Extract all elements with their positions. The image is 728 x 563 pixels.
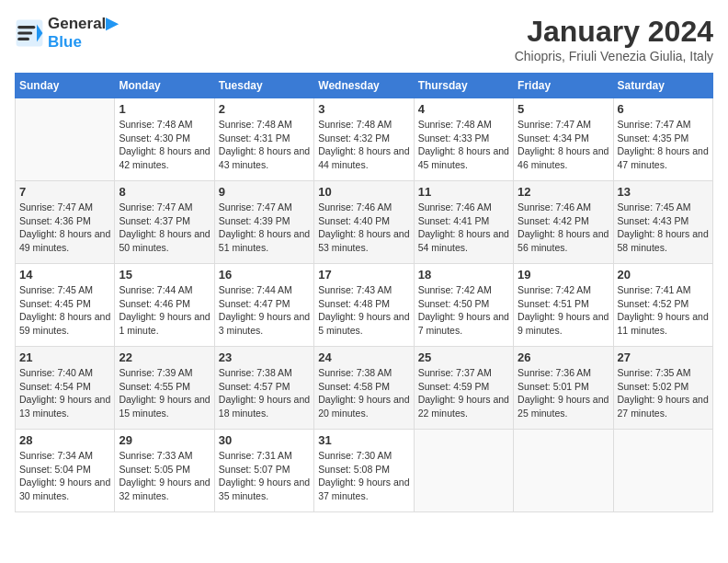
cell-info: Sunrise: 7:47 AMSunset: 4:39 PMDaylight:… (219, 201, 310, 255)
day-number: 17 (318, 268, 409, 282)
cell-info: Sunrise: 7:45 AMSunset: 4:43 PMDaylight:… (618, 201, 709, 255)
header-day-tuesday: Tuesday (214, 74, 313, 98)
day-number: 13 (618, 185, 709, 199)
calendar-body: 1Sunrise: 7:48 AMSunset: 4:30 PMDaylight… (16, 98, 713, 512)
day-number: 7 (19, 185, 110, 199)
day-number: 16 (219, 268, 310, 282)
calendar-table: SundayMondayTuesdayWednesdayThursdayFrid… (15, 73, 713, 512)
calendar-cell (613, 430, 712, 512)
day-number: 4 (418, 102, 509, 116)
day-number: 24 (318, 350, 409, 364)
logo-text: General▶ (48, 15, 118, 33)
header-day-wednesday: Wednesday (314, 74, 414, 98)
day-number: 18 (418, 268, 509, 282)
day-number: 5 (518, 102, 609, 116)
day-number: 19 (518, 268, 609, 282)
calendar-cell: 4Sunrise: 7:48 AMSunset: 4:33 PMDaylight… (414, 98, 513, 181)
cell-info: Sunrise: 7:46 AMSunset: 4:40 PMDaylight:… (318, 201, 409, 255)
cell-info: Sunrise: 7:48 AMSunset: 4:31 PMDaylight:… (219, 118, 310, 172)
day-number: 9 (219, 185, 310, 199)
day-number: 25 (418, 350, 509, 364)
cell-info: Sunrise: 7:46 AMSunset: 4:41 PMDaylight:… (418, 201, 509, 255)
day-number: 30 (219, 433, 310, 447)
cell-info: Sunrise: 7:30 AMSunset: 5:08 PMDaylight:… (318, 449, 409, 503)
cell-info: Sunrise: 7:42 AMSunset: 4:51 PMDaylight:… (518, 283, 609, 338)
day-number: 21 (19, 350, 110, 364)
title-area: January 2024 Chiopris, Friuli Venezia Gi… (515, 15, 713, 63)
svg-rect-2 (17, 26, 35, 29)
calendar-cell: 24Sunrise: 7:38 AMSunset: 4:58 PMDayligh… (314, 347, 414, 430)
calendar-cell: 6Sunrise: 7:47 AMSunset: 4:35 PMDaylight… (613, 98, 712, 181)
calendar-cell: 21Sunrise: 7:40 AMSunset: 4:54 PMDayligh… (16, 347, 115, 430)
cell-info: Sunrise: 7:41 AMSunset: 4:52 PMDaylight:… (618, 283, 709, 338)
day-number: 27 (618, 350, 709, 364)
cell-info: Sunrise: 7:45 AMSunset: 4:45 PMDaylight:… (19, 283, 110, 338)
calendar-cell: 27Sunrise: 7:35 AMSunset: 5:02 PMDayligh… (613, 347, 712, 430)
calendar-cell: 23Sunrise: 7:38 AMSunset: 4:57 PMDayligh… (214, 347, 313, 430)
cell-info: Sunrise: 7:31 AMSunset: 5:07 PMDaylight:… (219, 449, 310, 503)
cell-info: Sunrise: 7:39 AMSunset: 4:55 PMDaylight:… (119, 366, 210, 420)
day-number: 1 (119, 102, 210, 116)
calendar-cell: 29Sunrise: 7:33 AMSunset: 5:05 PMDayligh… (115, 430, 214, 512)
calendar-cell (514, 430, 613, 512)
page-header: General▶ Blue January 2024 Chiopris, Fri… (15, 15, 713, 63)
calendar-cell: 18Sunrise: 7:42 AMSunset: 4:50 PMDayligh… (414, 264, 513, 347)
logo: General▶ Blue (15, 15, 118, 52)
calendar-cell: 5Sunrise: 7:47 AMSunset: 4:34 PMDaylight… (514, 98, 613, 181)
cell-info: Sunrise: 7:43 AMSunset: 4:48 PMDaylight:… (318, 283, 409, 338)
header-row: SundayMondayTuesdayWednesdayThursdayFrid… (16, 74, 713, 98)
day-number: 12 (518, 185, 609, 199)
calendar-cell: 25Sunrise: 7:37 AMSunset: 4:59 PMDayligh… (414, 347, 513, 430)
week-row-1: 1Sunrise: 7:48 AMSunset: 4:30 PMDaylight… (16, 98, 713, 181)
day-number: 23 (219, 350, 310, 364)
cell-info: Sunrise: 7:47 AMSunset: 4:35 PMDaylight:… (618, 118, 709, 172)
cell-info: Sunrise: 7:48 AMSunset: 4:33 PMDaylight:… (418, 118, 509, 172)
calendar-cell (16, 98, 115, 181)
calendar-cell: 20Sunrise: 7:41 AMSunset: 4:52 PMDayligh… (613, 264, 712, 347)
header-day-friday: Friday (514, 74, 613, 98)
cell-info: Sunrise: 7:47 AMSunset: 4:37 PMDaylight:… (119, 201, 210, 255)
day-number: 8 (119, 185, 210, 199)
cell-info: Sunrise: 7:35 AMSunset: 5:02 PMDaylight:… (618, 366, 709, 420)
day-number: 6 (618, 102, 709, 116)
day-number: 26 (518, 350, 609, 364)
day-number: 2 (219, 102, 310, 116)
calendar-cell: 19Sunrise: 7:42 AMSunset: 4:51 PMDayligh… (514, 264, 613, 347)
cell-info: Sunrise: 7:48 AMSunset: 4:30 PMDaylight:… (119, 118, 210, 172)
calendar-cell: 15Sunrise: 7:44 AMSunset: 4:46 PMDayligh… (115, 264, 214, 347)
calendar-cell: 30Sunrise: 7:31 AMSunset: 5:07 PMDayligh… (214, 430, 313, 512)
calendar-cell: 2Sunrise: 7:48 AMSunset: 4:31 PMDaylight… (214, 98, 313, 181)
cell-info: Sunrise: 7:47 AMSunset: 4:34 PMDaylight:… (518, 118, 609, 172)
day-number: 15 (119, 268, 210, 282)
cell-info: Sunrise: 7:37 AMSunset: 4:59 PMDaylight:… (418, 366, 509, 420)
month-title: January 2024 (515, 15, 713, 49)
calendar-cell: 13Sunrise: 7:45 AMSunset: 4:43 PMDayligh… (613, 181, 712, 264)
week-row-5: 28Sunrise: 7:34 AMSunset: 5:04 PMDayligh… (16, 430, 713, 512)
day-number: 11 (418, 185, 509, 199)
cell-info: Sunrise: 7:46 AMSunset: 4:42 PMDaylight:… (518, 201, 609, 255)
day-number: 10 (318, 185, 409, 199)
cell-info: Sunrise: 7:47 AMSunset: 4:36 PMDaylight:… (19, 201, 110, 255)
calendar-cell: 7Sunrise: 7:47 AMSunset: 4:36 PMDaylight… (16, 181, 115, 264)
calendar-cell: 17Sunrise: 7:43 AMSunset: 4:48 PMDayligh… (314, 264, 414, 347)
calendar-cell: 8Sunrise: 7:47 AMSunset: 4:37 PMDaylight… (115, 181, 214, 264)
cell-info: Sunrise: 7:36 AMSunset: 5:01 PMDaylight:… (518, 366, 609, 420)
cell-info: Sunrise: 7:40 AMSunset: 4:54 PMDaylight:… (19, 366, 110, 420)
day-number: 14 (19, 268, 110, 282)
day-number: 28 (19, 433, 110, 447)
day-number: 20 (618, 268, 709, 282)
calendar-cell: 26Sunrise: 7:36 AMSunset: 5:01 PMDayligh… (514, 347, 613, 430)
cell-info: Sunrise: 7:33 AMSunset: 5:05 PMDaylight:… (119, 449, 210, 503)
calendar-cell (414, 430, 513, 512)
day-number: 29 (119, 433, 210, 447)
calendar-cell: 9Sunrise: 7:47 AMSunset: 4:39 PMDaylight… (214, 181, 313, 264)
cell-info: Sunrise: 7:48 AMSunset: 4:32 PMDaylight:… (318, 118, 409, 172)
cell-info: Sunrise: 7:44 AMSunset: 4:47 PMDaylight:… (219, 283, 310, 338)
calendar-cell: 3Sunrise: 7:48 AMSunset: 4:32 PMDaylight… (314, 98, 414, 181)
svg-rect-3 (17, 32, 32, 35)
cell-info: Sunrise: 7:44 AMSunset: 4:46 PMDaylight:… (119, 283, 210, 338)
calendar-cell: 31Sunrise: 7:30 AMSunset: 5:08 PMDayligh… (314, 430, 414, 512)
calendar-cell: 1Sunrise: 7:48 AMSunset: 4:30 PMDaylight… (115, 98, 214, 181)
header-day-monday: Monday (115, 74, 214, 98)
calendar-cell: 28Sunrise: 7:34 AMSunset: 5:04 PMDayligh… (16, 430, 115, 512)
